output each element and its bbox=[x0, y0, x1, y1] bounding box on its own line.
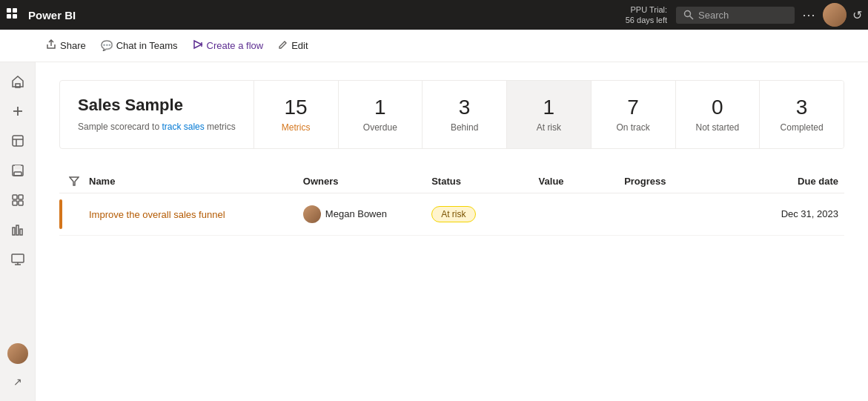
scorecard-title: Sales Sample bbox=[78, 96, 236, 115]
owner-avatar bbox=[303, 205, 321, 223]
share-button[interactable]: Share bbox=[39, 35, 93, 56]
edit-icon bbox=[278, 40, 288, 52]
metric-card-overdue: 1 Overdue bbox=[339, 81, 423, 148]
trial-info: PPU Trial: 56 days left bbox=[626, 4, 667, 26]
flow-icon bbox=[193, 39, 203, 52]
row-name-link[interactable]: Improve the overall sales funnel bbox=[89, 209, 225, 220]
filter-icon-header[interactable] bbox=[59, 176, 89, 186]
svg-rect-18 bbox=[13, 195, 17, 199]
scorecard-description: Sample scorecard to track sales metrics bbox=[78, 121, 236, 133]
metric-card-completed: 3 Completed bbox=[760, 81, 844, 148]
svg-rect-1 bbox=[13, 8, 17, 13]
metric-card-notstarted: 0 Not started bbox=[676, 81, 761, 148]
sidebar: ↗ bbox=[0, 62, 36, 401]
svg-rect-22 bbox=[13, 228, 15, 235]
svg-rect-23 bbox=[16, 225, 19, 235]
metric-label-notstarted: Not started bbox=[696, 122, 740, 133]
table-row: Improve the overall sales funnel Megan B… bbox=[59, 193, 844, 236]
row-status-cell: At risk bbox=[431, 206, 538, 222]
svg-rect-20 bbox=[13, 201, 17, 205]
track-sales-link[interactable]: track sales bbox=[162, 122, 204, 132]
metric-label-ontrack: On track bbox=[616, 122, 649, 133]
row-name-cell: Improve the overall sales funnel bbox=[89, 208, 303, 220]
user-avatar[interactable] bbox=[823, 3, 847, 27]
grid-icon[interactable] bbox=[6, 7, 19, 23]
app-title: Power BI bbox=[28, 9, 76, 21]
create-flow-button[interactable]: Create a flow bbox=[185, 35, 271, 56]
refresh-icon[interactable]: ↺ bbox=[852, 8, 862, 22]
more-icon[interactable]: ⋯ bbox=[802, 7, 815, 23]
metric-card-atrisk: 1 At risk bbox=[507, 81, 592, 148]
svg-rect-19 bbox=[19, 195, 23, 199]
metric-number-overdue: 1 bbox=[374, 96, 386, 119]
sidebar-apps-icon[interactable] bbox=[4, 187, 31, 213]
col-header-owners: Owners bbox=[303, 176, 431, 187]
svg-rect-3 bbox=[13, 14, 17, 19]
col-header-duedate: Due date bbox=[732, 176, 844, 187]
metric-label-overdue: Overdue bbox=[363, 122, 397, 133]
svg-marker-28 bbox=[70, 177, 79, 185]
svg-rect-0 bbox=[7, 8, 11, 13]
owner-name: Megan Bowen bbox=[325, 208, 387, 219]
metric-number-notstarted: 0 bbox=[712, 96, 723, 119]
svg-line-5 bbox=[690, 16, 694, 20]
avatar-image bbox=[823, 3, 847, 27]
sidebar-save-icon[interactable] bbox=[4, 157, 31, 184]
svg-rect-24 bbox=[20, 229, 22, 235]
status-badge: At risk bbox=[431, 206, 475, 222]
col-header-value: Value bbox=[539, 176, 625, 187]
sidebar-expand-icon[interactable]: ↗ bbox=[4, 368, 31, 395]
metric-card-ontrack: 7 On track bbox=[592, 81, 676, 148]
metric-card-metrics: 15 Metrics bbox=[254, 81, 339, 148]
metric-label-completed: Completed bbox=[781, 122, 824, 133]
metric-number-behind: 3 bbox=[459, 96, 471, 119]
metric-number-ontrack: 7 bbox=[627, 96, 639, 119]
col-header-status: Status bbox=[431, 176, 538, 187]
topbar: Power BI PPU Trial: 56 days left ⋯ ↺ bbox=[0, 0, 868, 30]
metric-label-behind: Behind bbox=[451, 122, 478, 133]
sidebar-home-icon[interactable] bbox=[4, 68, 31, 95]
search-input[interactable] bbox=[698, 10, 787, 21]
metric-label-metrics: Metrics bbox=[282, 122, 311, 133]
share-icon bbox=[46, 39, 56, 52]
chat-label: Chat in Teams bbox=[116, 40, 178, 51]
chat-teams-button[interactable]: 💬 Chat in Teams bbox=[93, 36, 185, 56]
summary-cards: Sales Sample Sample scorecard to track s… bbox=[59, 80, 844, 149]
metric-number-metrics: 15 bbox=[285, 96, 308, 119]
svg-rect-17 bbox=[14, 172, 21, 176]
row-owners-cell: Megan Bowen bbox=[303, 205, 431, 223]
metric-label-atrisk: At risk bbox=[537, 122, 561, 133]
metric-card-behind: 3 Behind bbox=[423, 81, 507, 148]
edit-button[interactable]: Edit bbox=[271, 36, 315, 56]
scorecard-table: Name Owners Status Value Progress Due da… bbox=[59, 170, 844, 236]
sidebar-create-icon[interactable] bbox=[4, 98, 31, 125]
edit-label: Edit bbox=[291, 40, 308, 51]
svg-rect-25 bbox=[12, 254, 24, 262]
col-header-name: Name bbox=[89, 176, 303, 187]
sidebar-user-avatar[interactable] bbox=[7, 343, 28, 364]
svg-point-4 bbox=[685, 11, 691, 17]
svg-rect-16 bbox=[15, 165, 21, 169]
svg-rect-9 bbox=[16, 84, 20, 87]
svg-marker-7 bbox=[194, 41, 202, 48]
action-toolbar: Share 💬 Chat in Teams Create a flow Edit bbox=[0, 30, 868, 62]
svg-rect-12 bbox=[13, 136, 23, 146]
share-label: Share bbox=[60, 40, 86, 51]
main-layout: ↗ Sales Sample Sample scorecard to track… bbox=[0, 62, 868, 401]
row-status-indicator bbox=[59, 199, 62, 229]
main-content: Sales Sample Sample scorecard to track s… bbox=[36, 62, 868, 401]
col-header-progress: Progress bbox=[624, 176, 731, 187]
row-duedate-cell: Dec 31, 2023 bbox=[732, 208, 844, 219]
svg-rect-2 bbox=[7, 14, 11, 19]
sidebar-browse-icon[interactable] bbox=[4, 127, 31, 154]
metric-number-atrisk: 1 bbox=[543, 96, 555, 119]
table-header: Name Owners Status Value Progress Due da… bbox=[59, 170, 844, 193]
create-flow-label: Create a flow bbox=[207, 40, 264, 51]
search-box[interactable] bbox=[676, 7, 795, 24]
sidebar-monitor-icon[interactable] bbox=[4, 246, 31, 273]
sidebar-metrics-icon[interactable] bbox=[4, 216, 31, 243]
svg-rect-21 bbox=[19, 201, 23, 205]
scorecard-title-card: Sales Sample Sample scorecard to track s… bbox=[60, 81, 254, 148]
teams-icon: 💬 bbox=[101, 40, 113, 51]
metric-number-completed: 3 bbox=[796, 96, 808, 119]
